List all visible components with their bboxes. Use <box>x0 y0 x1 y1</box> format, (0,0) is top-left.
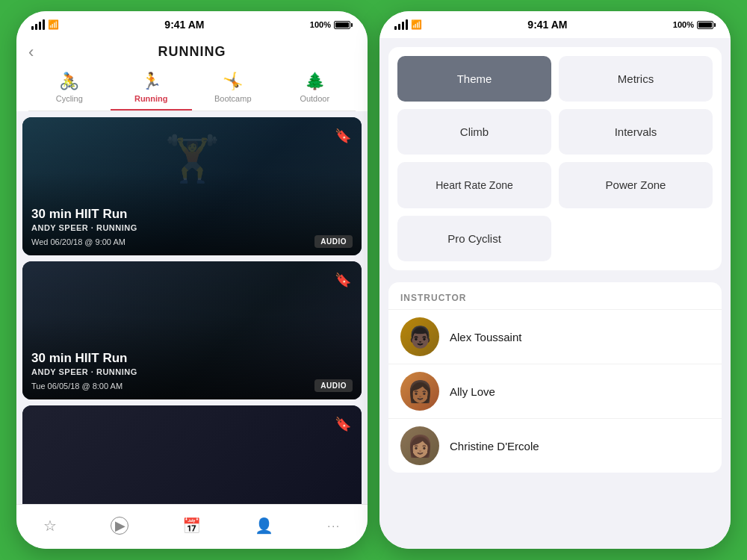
more-icon: ··· <box>327 520 341 532</box>
nav-profile[interactable]: 👤 <box>255 517 273 535</box>
theme-option-heart-rate-zone[interactable]: Heart Rate Zone <box>397 162 551 208</box>
instructor-section-label: INSTRUCTOR <box>388 282 722 309</box>
wifi-icon-right: 📶 <box>411 19 422 30</box>
workout-list: 🏋️ 🔖 30 min HIIT Run ANDY SPEER · RUNNIN… <box>16 111 368 504</box>
theme-option-theme[interactable]: Theme <box>397 56 551 102</box>
tab-bootcamp[interactable]: 🤸 Bootcamp <box>192 66 274 111</box>
instructor-item-christine[interactable]: 👩🏽 Christine D'Ercole <box>388 418 722 473</box>
outdoor-icon: 🌲 <box>305 70 325 93</box>
battery-icon-right <box>697 21 716 29</box>
running-icon: 🏃 <box>141 70 161 93</box>
workout-card-1[interactable]: 🏋️ 🔖 30 min HIIT Run ANDY SPEER · RUNNIN… <box>22 117 362 255</box>
instructor-item-alex[interactable]: 👨🏿 Alex Toussaint <box>388 309 722 364</box>
workout-info-1: 30 min HIIT Run ANDY SPEER · RUNNING Wed… <box>22 199 362 255</box>
header: ‹ RUNNING 🚴 Cycling 🏃 Running 🤸 Bootcamp… <box>16 38 368 111</box>
nav-favorites[interactable]: ☆ <box>43 517 57 535</box>
category-tabs: 🚴 Cycling 🏃 Running 🤸 Bootcamp 🌲 Outdoor <box>28 66 356 111</box>
tab-bootcamp-label: Bootcamp <box>214 94 252 103</box>
tab-running-label: Running <box>134 94 168 103</box>
nav-calendar[interactable]: 📅 <box>182 517 201 535</box>
nav-play[interactable]: ▶ <box>111 517 128 535</box>
theme-option-climb[interactable]: Climb <box>397 109 551 155</box>
right-content: Theme Metrics Climb Intervals Heart Rate… <box>379 38 731 549</box>
theme-option-heart-rate-label: Heart Rate Zone <box>436 179 513 191</box>
status-time-left: 9:41 AM <box>164 19 204 31</box>
workout-title-2: 30 min HIIT Run <box>31 351 353 366</box>
audio-badge-2: AUDIO <box>314 379 353 392</box>
status-bar-left: 📶 9:41 AM 100% <box>16 11 368 38</box>
theme-option-pro-cyclist[interactable]: Pro Cyclist <box>397 216 551 261</box>
theme-option-power-zone[interactable]: Power Zone <box>559 162 713 208</box>
nav-more[interactable]: ··· <box>327 520 341 532</box>
theme-option-metrics-label: Metrics <box>618 72 654 85</box>
bottom-nav: ☆ ▶ 📅 👤 ··· <box>16 504 368 549</box>
audio-badge-1: AUDIO <box>314 235 353 248</box>
status-time-right: 9:41 AM <box>527 19 567 31</box>
theme-section: Theme Metrics Climb Intervals Heart Rate… <box>388 47 722 270</box>
filter-card: 🔖 ⊟ FILTER <box>22 405 362 504</box>
favorites-icon: ☆ <box>43 517 57 535</box>
battery-icon-left <box>334 21 353 29</box>
theme-option-climb-label: Climb <box>460 125 489 138</box>
theme-option-intervals[interactable]: Intervals <box>559 109 713 155</box>
theme-option-power-zone-label: Power Zone <box>606 178 666 191</box>
bootcamp-icon: 🤸 <box>223 70 243 93</box>
status-bar-right: 📶 9:41 AM 100% <box>379 11 731 38</box>
workout-meta-1: ANDY SPEER · RUNNING <box>31 223 353 232</box>
instructor-avatar-ally: 👩🏾 <box>400 372 439 411</box>
instructor-name-alex: Alex Toussaint <box>450 331 521 343</box>
tab-outdoor[interactable]: 🌲 Outdoor <box>274 66 356 111</box>
theme-option-pro-cyclist-label: Pro Cyclist <box>447 232 501 245</box>
instructor-section: INSTRUCTOR 👨🏿 Alex Toussaint 👩🏾 Ally Lov… <box>388 282 722 473</box>
right-phone: 📶 9:41 AM 100% Theme Metrics <box>379 11 731 549</box>
workout-meta-2: ANDY SPEER · RUNNING <box>31 367 353 376</box>
back-button[interactable]: ‹ <box>28 44 34 60</box>
battery-pct-left: 100% <box>310 20 331 29</box>
instructor-avatar-alex: 👨🏿 <box>400 317 439 356</box>
workout-info-2: 30 min HIIT Run ANDY SPEER · RUNNING Tue… <box>22 343 362 399</box>
signal-icon-right <box>394 19 408 30</box>
tab-outdoor-label: Outdoor <box>300 94 329 103</box>
battery-pct-right: 100% <box>673 20 694 29</box>
left-phone: 📶 9:41 AM 100% ‹ RUNNING 🚴 Cycling 🏃 Run… <box>16 11 368 549</box>
bookmark-button-3[interactable]: 🔖 <box>332 413 354 435</box>
theme-option-metrics[interactable]: Metrics <box>559 56 713 102</box>
calendar-icon: 📅 <box>182 517 201 535</box>
cycling-icon: 🚴 <box>59 70 79 93</box>
instructor-name-ally: Ally Love <box>450 385 495 398</box>
instructor-item-ally[interactable]: 👩🏾 Ally Love <box>388 364 722 418</box>
instructor-list: 👨🏿 Alex Toussaint 👩🏾 Ally Love 👩🏽 <box>388 309 722 473</box>
bookmark-button-2[interactable]: 🔖 <box>332 269 354 291</box>
workout-title-1: 30 min HIIT Run <box>31 207 353 222</box>
tab-cycling-label: Cycling <box>56 94 83 103</box>
theme-grid: Theme Metrics Climb Intervals Heart Rate… <box>397 56 713 261</box>
wifi-icon: 📶 <box>48 19 59 30</box>
profile-icon: 👤 <box>255 517 273 535</box>
page-title: RUNNING <box>158 44 226 60</box>
tab-running[interactable]: 🏃 Running <box>111 66 193 111</box>
theme-option-theme-label: Theme <box>457 72 492 85</box>
workout-date-2: Tue 06/05/18 @ 8:00 AM <box>31 382 123 391</box>
workout-card-2[interactable]: 🔖 30 min HIIT Run ANDY SPEER · RUNNING T… <box>22 261 362 399</box>
workout-person-1: 🏋️ <box>164 132 220 185</box>
tab-cycling[interactable]: 🚴 Cycling <box>28 66 111 111</box>
signal-icon <box>31 19 45 30</box>
instructor-avatar-christine: 👩🏽 <box>400 426 439 465</box>
instructor-name-christine: Christine D'Ercole <box>450 440 539 452</box>
bookmark-button-1[interactable]: 🔖 <box>332 125 354 147</box>
theme-option-intervals-label: Intervals <box>615 125 657 138</box>
play-icon: ▶ <box>111 517 128 535</box>
workout-date-1: Wed 06/20/18 @ 9:00 AM <box>31 237 125 246</box>
